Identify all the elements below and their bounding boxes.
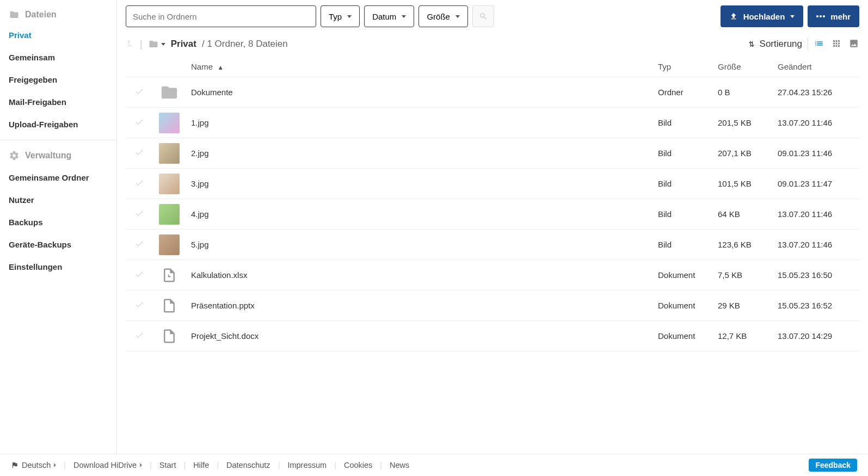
file-name[interactable]: 4.jpg bbox=[186, 209, 658, 219]
sidebar-item-gemeinsam[interactable]: Gemeinsam bbox=[0, 46, 116, 69]
sort-button[interactable]: Sortierung bbox=[748, 39, 802, 50]
more-button[interactable]: mehr bbox=[808, 5, 859, 27]
check-icon[interactable] bbox=[134, 178, 144, 189]
svg-point-2 bbox=[823, 15, 825, 17]
sidebar-item-freigegeben[interactable]: Freigegeben bbox=[0, 69, 116, 91]
view-toggles bbox=[814, 39, 859, 50]
sidebar-admin-header: Verwaltung bbox=[0, 145, 116, 166]
file-type: Dokument bbox=[658, 301, 718, 310]
file-size: 0 B bbox=[718, 88, 778, 97]
col-header-type[interactable]: Typ bbox=[658, 62, 718, 71]
filter-date-button[interactable]: Datum bbox=[364, 5, 414, 27]
sort-asc-icon: ▲ bbox=[217, 64, 224, 71]
svg-rect-4 bbox=[167, 307, 168, 310]
caret-right-icon bbox=[140, 463, 142, 467]
file-type: Bild bbox=[658, 179, 718, 188]
check-icon[interactable] bbox=[134, 300, 144, 311]
col-header-modified[interactable]: Geändert bbox=[778, 62, 859, 71]
check-icon[interactable] bbox=[134, 239, 144, 250]
search-input[interactable] bbox=[126, 5, 316, 27]
svg-rect-8 bbox=[167, 338, 172, 339]
file-name[interactable]: Präsentation.pptx bbox=[186, 301, 658, 310]
upload-button[interactable]: Hochladen bbox=[721, 5, 804, 27]
sidebar-divider bbox=[0, 140, 116, 140]
up-icon[interactable] bbox=[126, 39, 134, 50]
col-header-size[interactable]: Größe bbox=[718, 62, 778, 71]
check-icon[interactable] bbox=[134, 208, 144, 220]
check-icon[interactable] bbox=[134, 269, 144, 281]
footer-link-impressum[interactable]: Impressum bbox=[287, 461, 327, 469]
file-name[interactable]: 5.jpg bbox=[186, 240, 658, 249]
col-header-name[interactable]: Name ▲ bbox=[186, 62, 658, 71]
sidebar-item-nutzer[interactable]: Nutzer bbox=[0, 189, 116, 211]
file-modified: 15.05.23 16:50 bbox=[778, 270, 859, 280]
image-icon bbox=[848, 39, 859, 48]
file-type: Bild bbox=[658, 240, 718, 249]
chevron-down-icon bbox=[402, 15, 406, 18]
sidebar: Dateien Privat Gemeinsam Freigegeben Mai… bbox=[0, 0, 117, 454]
file-name[interactable]: Projekt_Sicht.docx bbox=[186, 331, 658, 341]
filter-type-button[interactable]: Typ bbox=[321, 5, 360, 27]
svg-rect-9 bbox=[167, 339, 170, 341]
check-icon[interactable] bbox=[134, 147, 144, 159]
footer-link-datenschutz[interactable]: Datenschutz bbox=[226, 461, 270, 469]
view-gallery-button[interactable] bbox=[848, 39, 859, 50]
sidebar-item-mail-freigaben[interactable]: Mail-Freigaben bbox=[0, 91, 116, 113]
file-thumb bbox=[153, 174, 186, 194]
footer-link-cookies[interactable]: Cookies bbox=[344, 461, 372, 469]
feedback-button[interactable]: Feedback bbox=[809, 459, 857, 472]
breadcrumb: | Privat / 1 Ordner, 8 Dateien Sortierun… bbox=[126, 33, 859, 57]
file-thumb bbox=[153, 83, 186, 102]
file-thumb bbox=[153, 265, 186, 286]
filter-size-button[interactable]: Größe bbox=[418, 5, 468, 27]
table-row[interactable]: 4.jpgBild64 KB13.07.20 11:46 bbox=[126, 199, 859, 230]
footer-link-hilfe[interactable]: Hilfe bbox=[193, 461, 209, 469]
sidebar-item-privat[interactable]: Privat bbox=[0, 24, 116, 46]
sidebar-item-upload-freigaben[interactable]: Upload-Freigaben bbox=[0, 113, 116, 135]
view-list-button[interactable] bbox=[814, 39, 824, 50]
svg-point-0 bbox=[816, 15, 818, 17]
sidebar-item-backups[interactable]: Backups bbox=[0, 211, 116, 233]
table-row[interactable]: 3.jpgBild101,5 KB09.01.23 11:47 bbox=[126, 169, 859, 199]
breadcrumb-root[interactable] bbox=[148, 39, 165, 49]
file-size: 29 KB bbox=[718, 301, 778, 310]
sidebar-item-geraete-backups[interactable]: Geräte-Backups bbox=[0, 233, 116, 256]
sidebar-item-gemeinsame-ordner[interactable]: Gemeinsame Ordner bbox=[0, 166, 116, 189]
footer-link-news[interactable]: News bbox=[390, 461, 409, 469]
file-thumb bbox=[153, 204, 186, 225]
check-icon[interactable] bbox=[134, 86, 144, 98]
file-size: 207,1 KB bbox=[718, 149, 778, 158]
more-icon bbox=[816, 15, 825, 18]
file-name[interactable]: 1.jpg bbox=[186, 118, 658, 127]
file-name[interactable]: 2.jpg bbox=[186, 149, 658, 158]
file-modified: 09.01.23 11:47 bbox=[778, 179, 859, 188]
sidebar-item-einstellungen[interactable]: Einstellungen bbox=[0, 256, 116, 278]
table-row[interactable]: Kalkulation.xlsxDokument7,5 KB15.05.23 1… bbox=[126, 260, 859, 290]
table-row[interactable]: 2.jpgBild207,1 KB09.01.23 11:46 bbox=[126, 138, 859, 169]
file-name[interactable]: Dokumente bbox=[186, 88, 658, 97]
file-modified: 09.01.23 11:46 bbox=[778, 149, 859, 158]
view-grid-button[interactable] bbox=[831, 39, 842, 50]
svg-rect-6 bbox=[171, 307, 173, 310]
footer-link-start[interactable]: Start bbox=[159, 461, 176, 469]
table-row[interactable]: Projekt_Sicht.docxDokument12,7 KB13.07.2… bbox=[126, 321, 859, 351]
file-modified: 13.07.20 14:29 bbox=[778, 331, 859, 341]
sidebar-files-label: Dateien bbox=[25, 10, 57, 20]
check-icon[interactable] bbox=[134, 117, 144, 128]
table-row[interactable]: DokumenteOrdner0 B27.04.23 15:26 bbox=[126, 77, 859, 108]
chevron-down-icon bbox=[161, 43, 165, 46]
content: Typ Datum Größe Hochladen mehr bbox=[117, 0, 868, 454]
language-selector[interactable]: Deutsch bbox=[11, 461, 56, 469]
table-row[interactable]: 5.jpgBild123,6 KB13.07.20 11:46 bbox=[126, 230, 859, 260]
table-row[interactable]: Präsentation.pptxDokument29 KB15.05.23 1… bbox=[126, 290, 859, 321]
file-modified: 27.04.23 15:26 bbox=[778, 88, 859, 97]
check-icon[interactable] bbox=[134, 330, 144, 342]
file-modified: 13.07.20 11:46 bbox=[778, 240, 859, 249]
file-name[interactable]: Kalkulation.xlsx bbox=[186, 270, 658, 280]
folder-icon bbox=[9, 10, 20, 20]
search-submit-button[interactable] bbox=[472, 5, 494, 27]
download-link[interactable]: Download HiDrive bbox=[73, 461, 142, 469]
table-row[interactable]: 1.jpgBild201,5 KB13.07.20 11:46 bbox=[126, 108, 859, 138]
file-name[interactable]: 3.jpg bbox=[186, 179, 658, 188]
file-type: Bild bbox=[658, 209, 718, 219]
